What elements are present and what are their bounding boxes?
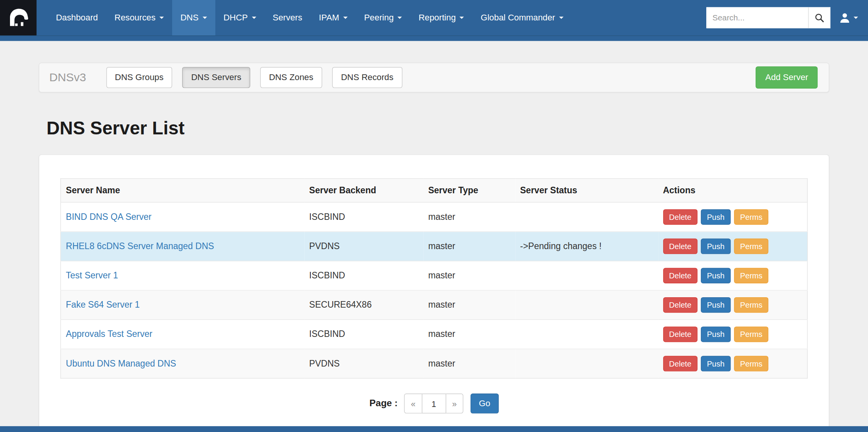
page-title: DNS Server List [47,118,829,139]
pagination-next-button[interactable]: » [446,393,463,414]
delete-button[interactable]: Delete [663,239,697,254]
server-name-link[interactable]: Ubuntu DNS Managed DNS [66,359,176,368]
delete-button[interactable]: Delete [663,209,697,224]
table-row: Fake S64 Server 1SECURE64X86masterDelete… [60,290,807,320]
nav-item-ipam[interactable]: IPAM [310,0,356,35]
cell-backend: ISCBIND [304,320,423,349]
tab-dns-zones[interactable]: DNS Zones [260,67,322,88]
table-row: Test Server 1ISCBINDmasterDeletePushPerm… [60,261,807,290]
top-navbar: DashboardResourcesDNSDHCPServersIPAMPeer… [0,0,868,35]
server-table: Server NameServer BackendServer TypeServ… [60,178,808,378]
nav-item-label: Servers [273,13,302,23]
chevron-down-icon [251,17,256,19]
nav-item-dns[interactable]: DNS [172,0,215,35]
perms-button[interactable]: Perms [734,297,769,313]
column-header-server-type: Server Type [423,179,515,203]
search-button[interactable] [808,7,831,28]
cell-actions: DeletePushPerms [658,349,807,378]
chevron-down-icon [559,17,564,19]
nav-item-dhcp[interactable]: DHCP [215,0,265,35]
user-icon [839,12,850,23]
perms-button[interactable]: Perms [734,356,769,371]
go-button[interactable]: Go [471,393,499,414]
column-header-server-name: Server Name [60,179,304,203]
delete-button[interactable]: Delete [663,356,697,371]
server-name-link[interactable]: BIND DNS QA Server [66,212,151,221]
footer-bar [0,426,868,432]
cell-backend: ISCBIND [304,202,423,231]
tab-dns-records[interactable]: DNS Records [332,67,402,88]
cell-actions: DeletePushPerms [658,290,807,320]
cell-backend: PVDNS [304,232,423,261]
nav-item-peering[interactable]: Peering [356,0,411,35]
tab-dns-servers[interactable]: DNS Servers [183,67,250,88]
nav-item-label: Dashboard [56,13,98,23]
server-name-link[interactable]: Fake S64 Server 1 [66,300,140,309]
tab-dns-groups[interactable]: DNS Groups [106,67,172,88]
push-button[interactable]: Push [701,239,731,254]
server-name-link[interactable]: Approvals Test Server [66,329,152,338]
cell-backend: ISCBIND [304,261,423,290]
pagination: Page : « » Go [60,393,808,414]
cell-type: master [423,320,515,349]
nav-item-label: Global Commander [481,13,555,23]
cell-type: master [423,290,515,320]
chevron-down-icon [854,17,858,19]
cell-status [515,320,658,349]
nav-item-label: Resources [114,13,156,23]
push-button[interactable]: Push [701,356,731,371]
nav-item-global-commander[interactable]: Global Commander [473,0,572,35]
chevron-down-icon [343,17,348,19]
perms-button[interactable]: Perms [734,239,769,254]
cell-status [515,290,658,320]
nav-item-label: IPAM [319,13,339,23]
add-server-button[interactable]: Add Server [756,67,818,89]
nav-item-label: DHCP [223,13,248,23]
cell-status: ->Pending changes ! [515,232,658,261]
push-button[interactable]: Push [701,327,731,342]
cell-type: master [423,202,515,231]
cell-status [515,261,658,290]
server-list-card: Server NameServer BackendServer TypeServ… [39,154,829,429]
delete-button[interactable]: Delete [663,327,697,342]
nav-item-servers[interactable]: Servers [265,0,311,35]
cell-type: master [423,349,515,378]
cell-actions: DeletePushPerms [658,261,807,290]
table-row: Ubuntu DNS Managed DNSPVDNSmasterDeleteP… [60,349,807,378]
nav-item-reporting[interactable]: Reporting [410,0,472,35]
app-title: DNSv3 [49,71,86,84]
column-header-server-backend: Server Backend [304,179,423,203]
cell-type: master [423,232,515,261]
cell-actions: DeletePushPerms [658,232,807,261]
chevron-down-icon [460,17,464,19]
nav-item-label: Reporting [419,13,456,23]
table-row: RHEL8 6cDNS Server Managed DNSPVDNSmaste… [60,232,807,261]
chevron-down-icon [397,17,402,19]
push-button[interactable]: Push [701,268,731,283]
perms-button[interactable]: Perms [734,209,769,224]
search-input[interactable] [706,7,808,28]
push-button[interactable]: Push [701,209,731,224]
delete-button[interactable]: Delete [663,268,697,283]
server-name-link[interactable]: Test Server 1 [66,271,118,280]
delete-button[interactable]: Delete [663,297,697,313]
nav-menu: DashboardResourcesDNSDHCPServersIPAMPeer… [37,0,572,35]
logo[interactable] [0,0,37,35]
user-menu[interactable] [839,12,858,23]
page-number-input[interactable] [422,393,446,414]
perms-button[interactable]: Perms [734,327,769,342]
table-row: BIND DNS QA ServerISCBINDmasterDeletePus… [60,202,807,231]
navbar-substrip [0,35,868,41]
cell-backend: SECURE64X86 [304,290,423,320]
nav-item-dashboard[interactable]: Dashboard [48,0,106,35]
pagination-prev-button[interactable]: « [404,393,422,414]
dns-tab-group: DNS GroupsDNS ServersDNS ZonesDNS Record… [106,67,402,88]
table-row: Approvals Test ServerISCBINDmasterDelete… [60,320,807,349]
server-name-link[interactable]: RHEL8 6cDNS Server Managed DNS [66,241,214,251]
nav-item-resources[interactable]: Resources [106,0,172,35]
push-button[interactable]: Push [701,297,731,313]
cell-actions: DeletePushPerms [658,202,807,231]
search-icon [814,13,824,22]
cell-backend: PVDNS [304,349,423,378]
perms-button[interactable]: Perms [734,268,769,283]
